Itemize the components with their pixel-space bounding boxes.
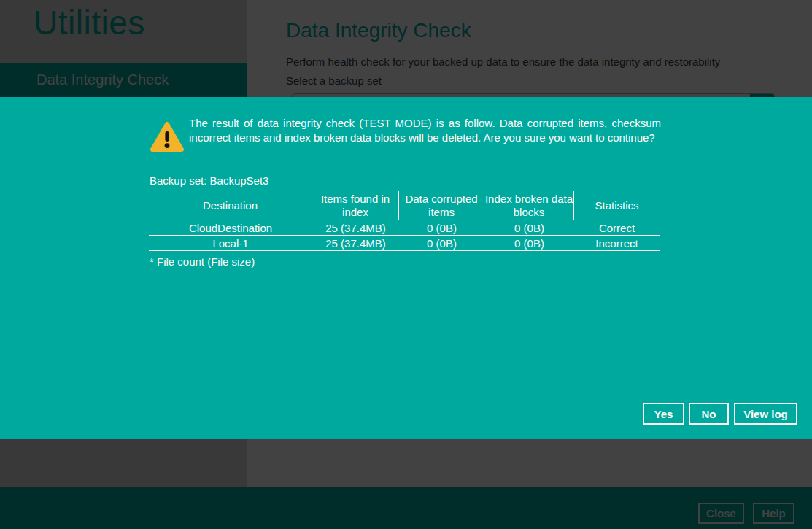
integrity-check-confirm-dialog: The result of data integrity check (TEST… (0, 97, 812, 439)
file-count-footnote: * File count (File size) (150, 255, 255, 268)
cell-data-corrupted: 0 (0B) (399, 220, 484, 235)
col-header-index-broken: Index broken data blocks (484, 191, 574, 220)
warning-icon (150, 120, 185, 155)
cell-statistics: Incorrect (574, 236, 660, 250)
cell-items-found: 25 (37.4MB) (312, 220, 399, 235)
cell-index-broken: 0 (0B) (484, 236, 574, 250)
cell-index-broken: 0 (0B) (484, 220, 574, 235)
view-log-button[interactable]: View log (734, 403, 797, 425)
col-header-statistics: Statistics (574, 191, 660, 220)
table-header-row: Destination Items found in index Data co… (149, 191, 660, 220)
table-row: CloudDestination 25 (37.4MB) 0 (0B) 0 (0… (149, 220, 660, 236)
integrity-result-table: Destination Items found in index Data co… (149, 191, 660, 251)
col-header-data-corrupted: Data corrupted items (399, 191, 484, 220)
dialog-message: The result of data integrity check (TEST… (189, 116, 661, 145)
cell-data-corrupted: 0 (0B) (399, 236, 484, 250)
app-window: Utilities Data Integrity Check Data Inte… (0, 0, 812, 529)
cell-destination: Local-1 (149, 236, 312, 250)
yes-button[interactable]: Yes (643, 403, 684, 425)
no-button[interactable]: No (689, 403, 729, 425)
table-row: Local-1 25 (37.4MB) 0 (0B) 0 (0B) Incorr… (149, 236, 660, 251)
cell-items-found: 25 (37.4MB) (312, 236, 399, 250)
col-header-items-found: Items found in index (312, 191, 399, 220)
backup-set-line: Backup set: BackupSet3 (150, 174, 268, 187)
cell-statistics: Correct (574, 220, 660, 235)
cell-destination: CloudDestination (149, 220, 312, 235)
col-header-destination: Destination (149, 191, 312, 220)
